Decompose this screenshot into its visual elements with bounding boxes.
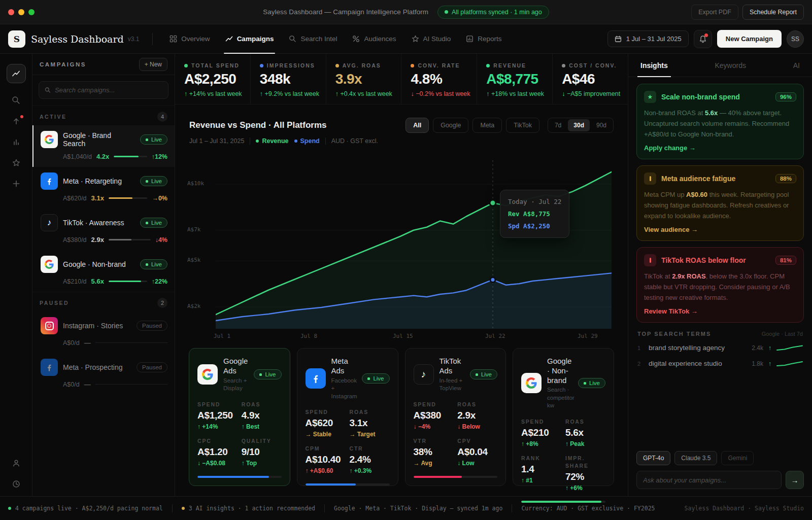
kpi-delta: ↑ +0.4x vs last week <box>335 90 401 97</box>
campaign-search-input[interactable] <box>55 86 162 94</box>
tab-keywords[interactable]: Keywords <box>715 54 746 77</box>
user-avatar[interactable]: SS <box>787 30 804 48</box>
kpi-value: 4.8% <box>411 71 477 87</box>
ask-campaigns-input[interactable] <box>636 471 782 489</box>
minimize-window-button[interactable] <box>18 9 24 15</box>
platform-card-google-ads[interactable]: Google Ads Search + Display Live SPENDA$… <box>189 348 290 486</box>
rail-upload-icon[interactable] <box>12 117 20 125</box>
filter-google-button[interactable]: Google <box>433 118 468 133</box>
tab-ai-studio[interactable]: AI Studio <box>404 24 459 54</box>
new-campaign-chip[interactable]: + New <box>139 58 167 71</box>
insight-card-tiktok-roas[interactable]: TikTok ROAS below floor 81% TikTok at 2.… <box>636 247 804 323</box>
star-icon <box>412 35 419 43</box>
view-audience-link[interactable]: View audience → <box>644 226 796 233</box>
trend-icon <box>225 35 233 43</box>
rail-favorites-icon[interactable] <box>12 159 20 167</box>
report-icon <box>466 35 473 43</box>
new-campaign-button[interactable]: New Campaign <box>717 30 782 48</box>
kpi-cost-per-conv: COST / CONV. A$46 ↓ −A$5 improvement <box>553 54 628 104</box>
legend-revenue: Revenue <box>256 137 288 145</box>
live-dot-icon <box>146 222 148 224</box>
alert-icon <box>644 254 656 266</box>
tab-audiences[interactable]: Audiences <box>345 24 403 54</box>
rail-profile-icon[interactable] <box>12 459 20 467</box>
campaign-item-tiktok-awareness[interactable]: ♪ TikTok · Awareness Live A$380/d 2.9x ↓… <box>32 209 175 250</box>
campaign-item-google-brand[interactable]: Google · Brand Search Live A$1,040/d 4.2… <box>32 125 175 167</box>
platform-card-google-nonbrand[interactable]: Google · Non-brand Search · competitor k… <box>513 348 614 486</box>
insights-tabs: Insights Keywords AI <box>628 54 812 77</box>
tab-campaigns[interactable]: Campaigns <box>218 24 282 54</box>
roas-progress-bar <box>95 342 167 343</box>
insight-card-meta-fatigue[interactable]: Meta audience fatigue 88% Meta CPM up A$… <box>636 165 804 241</box>
filter-tiktok-button[interactable]: TikTok <box>506 118 539 133</box>
tab-reports[interactable]: Reports <box>458 24 509 54</box>
zoom-window-button[interactable] <box>28 9 35 15</box>
filter-meta-button[interactable]: Meta <box>472 118 502 133</box>
rail-performance-icon[interactable] <box>7 64 26 83</box>
kpi-dot-icon <box>486 64 490 67</box>
search-icon <box>289 35 296 43</box>
filter-all-button[interactable]: All <box>405 118 429 133</box>
kpi-dot-icon <box>184 64 188 67</box>
sync-dot-icon <box>445 10 448 14</box>
search-term-row[interactable]: 2 digital experience studio 1.8k ↑ <box>637 359 803 368</box>
close-window-button[interactable] <box>8 9 14 15</box>
chart-title: Revenue vs Spend · All Platforms <box>189 120 327 130</box>
stat-ctr: CTR2.4%↑ +0.3% <box>350 445 390 474</box>
chart-currency-note: AUD · GST excl. <box>331 137 378 145</box>
model-chip-gemini[interactable]: Gemini <box>721 451 754 465</box>
pacing-bar <box>306 483 390 486</box>
traffic-lights[interactable] <box>8 9 35 15</box>
tab-label: Search Intel <box>300 35 337 43</box>
kpi-avg-roas: AVG. ROAS 3.9x ↑ +0.4x vs last week <box>326 54 402 104</box>
facebook-icon <box>41 359 58 376</box>
notifications-button[interactable] <box>694 30 712 48</box>
rail-history-icon[interactable] <box>12 480 20 488</box>
review-tiktok-link[interactable]: Review TikTok → <box>644 307 796 315</box>
insight-card-scale-nonbrand[interactable]: ★ Scale non-brand spend 96% Non-brand RO… <box>636 84 804 159</box>
export-pdf-button[interactable]: Export PDF <box>691 5 738 20</box>
tab-search-intel[interactable]: Search Intel <box>281 24 345 54</box>
card-title: Google · Non-brand <box>547 357 572 385</box>
instagram-icon <box>41 317 58 334</box>
campaign-item-instagram-stories[interactable]: Instagram · Stories Paused A$0/d — <box>32 311 175 353</box>
tab-overview[interactable]: Overview <box>162 24 217 54</box>
campaign-item-google-nonbrand[interactable]: Google · Non-brand Live A$210/d 5.6x ↑22… <box>32 250 175 292</box>
range-7d-button[interactable]: 7d <box>549 119 567 131</box>
status-dot-icon <box>182 507 185 510</box>
platform-card-meta-ads[interactable]: Meta Ads Facebook + Instagram Live SPEND… <box>297 348 398 486</box>
kpi-value: A$2,250 <box>184 71 250 87</box>
kpi-row: TOTAL SPEND A$2,250 ↑ +14% vs last week … <box>175 54 628 105</box>
campaign-item-meta-retargeting[interactable]: Meta · Retargeting Live A$620/d 3.1x →0% <box>32 167 175 209</box>
live-dot-icon <box>146 180 148 183</box>
tab-insights[interactable]: Insights <box>640 54 668 77</box>
notification-dot <box>704 33 708 37</box>
model-chip-claude[interactable]: Claude 3.5 <box>674 451 717 465</box>
send-button[interactable]: → <box>786 471 804 489</box>
range-30d-button[interactable]: 30d <box>568 119 590 131</box>
tooltip-spend: Spd A$2,250 <box>508 220 561 232</box>
rail-add-icon[interactable] <box>12 180 20 188</box>
campaign-search-box[interactable] <box>39 81 168 99</box>
rail-search-icon[interactable] <box>12 96 20 105</box>
kpi-delta: ↓ −A$5 improvement <box>562 90 628 97</box>
term-volume: 2.4k <box>752 344 763 352</box>
platform-card-tiktok-ads[interactable]: ♪ TikTok Ads In-feed + TopView Live SPEN… <box>405 348 506 486</box>
platform-cards-row: Google Ads Search + Display Live SPENDA$… <box>175 344 628 486</box>
rail-analytics-icon[interactable] <box>12 138 20 146</box>
range-90d-button[interactable]: 90d <box>591 119 612 131</box>
tab-ai[interactable]: AI <box>793 54 800 77</box>
schedule-report-button[interactable]: Schedule Report <box>742 5 804 20</box>
chart-plot[interactable] <box>216 152 612 329</box>
stat-roas: ROAS5.6x↑ Peak <box>565 418 605 447</box>
campaign-roas: 2.9x <box>91 236 104 244</box>
apply-change-link[interactable]: Apply change → <box>644 144 796 152</box>
campaign-delta: →0% <box>152 195 167 202</box>
status-sync: Google · Meta · TikTok · Display — synce… <box>334 505 502 512</box>
model-chip-gpt4o[interactable]: GPT-4o <box>636 451 670 465</box>
campaign-item-meta-prospecting[interactable]: Meta · Prospecting Paused A$0/d — <box>32 353 175 395</box>
date-range-picker[interactable]: 1 Jul – 31 Jul 2025 <box>607 30 689 47</box>
pacing-bar <box>197 476 282 478</box>
search-term-row[interactable]: 1 brand storytelling agency 2.4k ↑ <box>637 343 803 353</box>
insight-title: TikTok ROAS below floor <box>661 256 746 264</box>
